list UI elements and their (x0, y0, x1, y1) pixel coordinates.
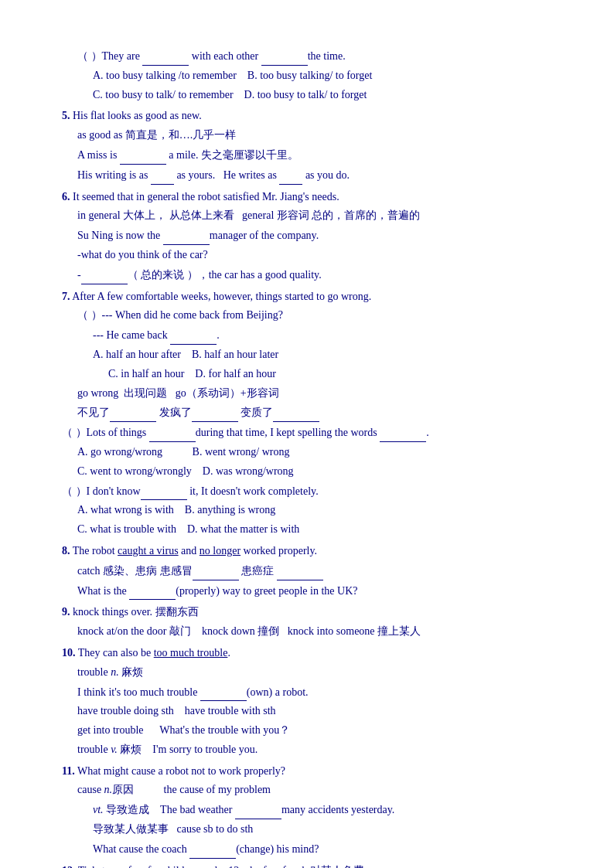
item6-suing: Su Ning is now the manager of the compan… (62, 226, 568, 245)
item7-optAB: A. half an hour after B. half an hour la… (62, 345, 568, 364)
item8-u1: caught a virus (118, 545, 179, 557)
item-pre5: （ ）They are with each other the time. A.… (62, 46, 568, 104)
blank-8-2 (277, 561, 323, 580)
blank-7-1 (170, 325, 217, 345)
item7-gowrong: go wrong 出现问题 go（系动词）+形容词 (62, 384, 568, 403)
item6-carquality: - （ 总的来说 ），the car has a good quality. (62, 265, 568, 284)
item5-title: 5. His flat looks as good as new. (62, 107, 568, 125)
blank-5-2 (151, 165, 174, 185)
blank-6-1 (163, 226, 210, 245)
pre5-line1: （ ）They are with each other the time. (77, 46, 568, 66)
blank-8-1 (193, 561, 239, 580)
blank-pre5-1 (142, 46, 189, 66)
blank-7-2 (110, 403, 156, 422)
blank-11-2 (189, 839, 236, 859)
blank-pre5-2 (261, 46, 308, 66)
blank-8-3 (129, 581, 176, 601)
item7-q3: （ ）I don't know it, It doesn't work comp… (62, 482, 568, 501)
item10-ithink: I think it's too much trouble (own) a ro… (62, 682, 568, 702)
blank-7-6 (380, 423, 426, 442)
item10-title: 10. They can also be too much trouble. (62, 644, 568, 662)
item10-havetrouble: have trouble doing sth have trouble with… (62, 702, 568, 720)
blank-5-1 (120, 145, 166, 165)
item11-cause-sb: 导致某人做某事 cause sb to do sth (62, 820, 568, 839)
item8-title: 8. The robot caught a virus and no longe… (62, 542, 568, 560)
item-9: 9. knock things over. 摆翻东西 knock at/on t… (62, 603, 568, 641)
item10-getintrouble: get into trouble What's the trouble with… (62, 721, 568, 740)
document-body: （ ）They are with each other the time. A.… (62, 46, 568, 868)
blank-7-3 (192, 403, 238, 422)
blank-5-3 (279, 165, 302, 185)
item12-title: 12. Tickets are free for children under … (62, 862, 568, 868)
item7-ans: --- He came back . (62, 325, 568, 345)
item5-writing: His writing is as as yours. He writes as… (62, 165, 568, 185)
item-5: 5. His flat looks as good as new. as goo… (62, 107, 568, 184)
blank-6-2 (81, 265, 128, 284)
item7-optCD: C. in half an hour D. for half an hour (62, 365, 568, 383)
item7-q2: （ ）Lots of things during that time, I ke… (62, 423, 568, 442)
blank-7-5 (149, 423, 196, 442)
item7-title: 7. After A few comfortable weeks, howeve… (62, 288, 568, 306)
pre5-optAB: A. too busy talking /to remember B. too … (77, 66, 568, 85)
item7-q2-optCD: C. went to wrong/wrongly D. was wrong/wr… (62, 462, 568, 481)
item10-trouble-v: trouble v. 麻烦 I'm sorry to trouble you. (62, 740, 568, 759)
blank-10-1 (200, 682, 247, 702)
item8-catch: catch 感染、患病 患感冒 患癌症 (62, 561, 568, 580)
item-12: 12. Tickets are free for children under … (62, 862, 568, 868)
item10-u1: too much trouble (154, 647, 228, 659)
item5-amiss: A miss is a mile. 失之毫厘谬以千里。 (62, 145, 568, 165)
item6-ingeneral: in general 大体上， 从总体上来看 general 形容词 总的，首席… (62, 206, 568, 225)
item8-u2: no longer (200, 545, 240, 557)
item11-title: 11. What might cause a robot not to work… (62, 762, 568, 781)
item5-asgood: as good as 简直是，和….几乎一样 (62, 126, 568, 145)
item-7: 7. After A few comfortable weeks, howeve… (62, 288, 568, 539)
item-8: 8. The robot caught a virus and no longe… (62, 542, 568, 600)
item-6: 6. It seemed that in general the robot s… (62, 188, 568, 284)
item7-q3-optAB: A. what wrong is with B. anything is wro… (62, 501, 568, 519)
item9-knock: knock at/on the door 敲门 knock down 撞倒 kn… (62, 622, 568, 641)
item11-cause-n: cause n.原因 the cause of my problem (62, 781, 568, 799)
item8-whatis: What is the (properly) way to greet peop… (62, 581, 568, 601)
blank-11-1 (235, 800, 281, 819)
item-11: 11. What might cause a robot not to work… (62, 762, 568, 859)
item10-trouble-n: trouble n. 麻烦 (62, 663, 568, 682)
item6-title: 6. It seemed that in general the robot s… (62, 188, 568, 206)
item-10: 10. They can also be too much trouble. t… (62, 644, 568, 759)
item9-title: 9. knock things over. 摆翻东西 (62, 603, 568, 621)
pre5-optCD: C. too busy to talk/ to remember D. too … (77, 86, 568, 104)
item7-gowrong2: 不见了 发疯了 变质了 (62, 403, 568, 422)
item6-carthink: -what do you think of the car? (62, 246, 568, 264)
item11-cause-coach: What cause the coach (change) his mind? (62, 839, 568, 859)
item7-q: （ ）--- When did he come back from Beijin… (62, 306, 568, 325)
item7-q3-optCD: C. what is trouble with D. what the matt… (62, 520, 568, 539)
item7-q2-optAB: A. go wrong/wrong B. went wrong/ wrong (62, 443, 568, 461)
blank-7-7 (141, 482, 187, 501)
blank-7-4 (273, 403, 319, 422)
item11-cause-v: vt. 导致造成 The bad weather many accidents … (62, 800, 568, 819)
